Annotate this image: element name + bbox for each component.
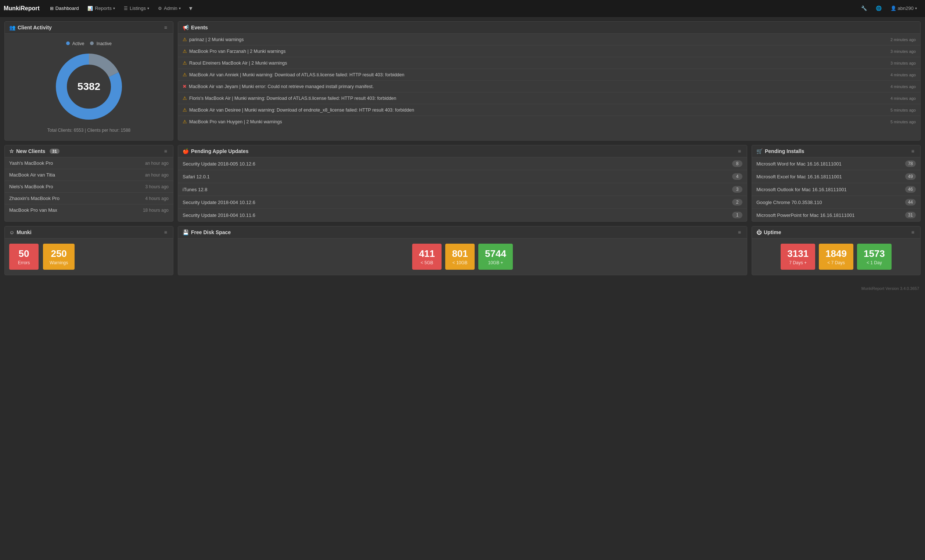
new-clients-menu[interactable]: ≡ bbox=[163, 148, 169, 154]
main-content: 👥 Client Activity ≡ Active Inactive bbox=[0, 17, 925, 284]
nav-user[interactable]: 👤 abn290 ▾ bbox=[886, 0, 921, 17]
disk-space-body: 411< 5GB801< 10GB574410GB + bbox=[178, 239, 747, 275]
update-name: Security Update 2018-004 10.12.6 bbox=[182, 200, 255, 205]
user-icon: 👤 bbox=[890, 6, 896, 11]
new-client-item[interactable]: MacBook Pro van Max18 hours ago bbox=[5, 204, 173, 216]
active-legend: Active bbox=[66, 41, 84, 46]
update-name: Security Update 2018-004 10.11.6 bbox=[182, 212, 255, 218]
client-time: 4 hours ago bbox=[146, 196, 169, 201]
warning-icon: ⚠ bbox=[182, 37, 187, 42]
users-icon: 👥 bbox=[9, 25, 15, 30]
event-item[interactable]: ⚠parinaz | 2 Munki warnings2 minutes ago bbox=[178, 34, 920, 45]
update-count: 4 bbox=[732, 173, 743, 180]
nav-admin[interactable]: ⚙ Admin ▾ bbox=[154, 0, 185, 17]
pending-install-item[interactable]: Microsoft Excel for Mac 16.16.1811100149 bbox=[752, 170, 920, 183]
event-text: Floris's MacBook Air | Munki warning: Do… bbox=[189, 96, 886, 101]
install-count: 31 bbox=[905, 212, 916, 218]
apple-updates-heading: 🍎 Pending Apple Updates ≡ bbox=[178, 145, 747, 158]
install-count: 78 bbox=[905, 161, 916, 167]
install-name: Google Chrome 70.0.3538.110 bbox=[756, 200, 822, 205]
pending-install-item[interactable]: Google Chrome 70.0.3538.11044 bbox=[752, 196, 920, 209]
event-time: 4 minutes ago bbox=[890, 96, 916, 101]
install-name: Microsoft Outlook for Mac 16.16.18111001 bbox=[756, 187, 847, 192]
events-heading: 📢 Events bbox=[178, 22, 920, 34]
error-icon: ✖ bbox=[182, 84, 187, 89]
nav-tools[interactable]: 🔧 bbox=[857, 0, 871, 17]
disk-count: 411 bbox=[419, 248, 435, 260]
uptime-menu[interactable]: ≡ bbox=[910, 229, 916, 235]
new-clients-title: ☆ New Clients 31 bbox=[9, 148, 60, 154]
navbar-right: 🔧 🌐 👤 abn290 ▾ bbox=[857, 0, 921, 17]
tools-icon: 🔧 bbox=[861, 6, 867, 11]
event-text: parinaz | 2 Munki warnings bbox=[189, 37, 886, 42]
event-item[interactable]: ⚠MacBook Pro van Huygen | 2 Munki warnin… bbox=[178, 116, 920, 127]
new-client-item[interactable]: Yash's MacBook Proan hour ago bbox=[5, 158, 173, 169]
event-item[interactable]: ⚠MacBook Air van Desiree | Munki warning… bbox=[178, 104, 920, 116]
event-item[interactable]: ⚠Raoul Eireiners MacBook Air | 2 Munki w… bbox=[178, 57, 920, 69]
footer: MunkiReport Version 3.4.0.3657 bbox=[0, 284, 925, 294]
apple-update-item[interactable]: Security Update 2018-004 10.12.62 bbox=[178, 196, 747, 209]
new-client-item[interactable]: Niels's MacBook Pro3 hours ago bbox=[5, 181, 173, 193]
uptime-title: ⏻ Uptime bbox=[756, 229, 781, 235]
munki-heading: ☺ Munki ≡ bbox=[5, 227, 173, 239]
client-name: Niels's MacBook Pro bbox=[9, 184, 53, 189]
uptime-bucket-red[interactable]: 31317 Days + bbox=[780, 244, 815, 270]
nav-dashboard[interactable]: ⊞ Dashboard bbox=[45, 0, 83, 17]
disk-bucket-orange[interactable]: 801< 10GB bbox=[445, 244, 475, 270]
munki-menu[interactable]: ≡ bbox=[163, 229, 169, 235]
nav-reports[interactable]: 📊 Reports ▾ bbox=[83, 0, 119, 17]
uptime-bucket-green[interactable]: 1573< 1 Day bbox=[857, 244, 892, 270]
event-text: MacBook Air van Jeyam | Munki error: Cou… bbox=[189, 84, 886, 89]
uptime-label: < 7 Days bbox=[826, 260, 847, 265]
install-count: 44 bbox=[905, 199, 916, 206]
pending-install-item[interactable]: Microsoft Word for Mac 16.16.1811100178 bbox=[752, 158, 920, 170]
event-item[interactable]: ⚠Floris's MacBook Air | Munki warning: D… bbox=[178, 93, 920, 104]
event-item[interactable]: ⚠MacBook Pro van Farzanah | 2 Munki warn… bbox=[178, 45, 920, 57]
navbar: MunkiReport ⊞ Dashboard 📊 Reports ▾ ☰ Li… bbox=[0, 0, 925, 17]
pending-installs-menu[interactable]: ≡ bbox=[910, 148, 916, 154]
user-caret: ▾ bbox=[915, 6, 917, 10]
uptime-bucket-orange[interactable]: 1849< 7 Days bbox=[819, 244, 853, 270]
filter-button[interactable]: ▼ bbox=[185, 5, 197, 11]
munki-icon: ☺ bbox=[9, 229, 14, 235]
update-count: 1 bbox=[732, 212, 743, 218]
reports-caret: ▾ bbox=[113, 6, 115, 10]
install-name: Microsoft Word for Mac 16.16.18111001 bbox=[756, 161, 842, 167]
munki-errors-box[interactable]: 50 Errors bbox=[9, 244, 39, 270]
event-text: MacBook Pro van Farzanah | 2 Munki warni… bbox=[189, 49, 886, 54]
munki-warnings-box[interactable]: 250 Warnings bbox=[43, 244, 75, 270]
install-name: Microsoft Excel for Mac 16.16.18111001 bbox=[756, 174, 842, 179]
event-item[interactable]: ⚠MacBook Air van Anniek | Munki warning:… bbox=[178, 69, 920, 81]
apple-update-item[interactable]: Security Update 2018-005 10.12.68 bbox=[178, 158, 747, 170]
version-text: MunkiReport Version 3.4.0.3657 bbox=[862, 286, 919, 291]
warning-icon: ⚠ bbox=[182, 48, 187, 54]
apple-update-item[interactable]: iTunes 12.83 bbox=[178, 183, 747, 196]
event-item[interactable]: ✖MacBook Air van Jeyam | Munki error: Co… bbox=[178, 81, 920, 93]
pending-install-item[interactable]: Microsoft PowerPoint for Mac 16.16.18111… bbox=[752, 209, 920, 221]
new-client-item[interactable]: MacBook Air van Titiaan hour ago bbox=[5, 169, 173, 181]
pending-install-item[interactable]: Microsoft Outlook for Mac 16.16.18111001… bbox=[752, 183, 920, 196]
client-activity-title: 👥 Client Activity bbox=[9, 25, 52, 30]
client-activity-menu[interactable]: ≡ bbox=[163, 25, 169, 30]
uptime-count: 3131 bbox=[787, 248, 809, 260]
inactive-dot bbox=[90, 42, 94, 45]
nav-listings[interactable]: ☰ Listings ▾ bbox=[119, 0, 154, 17]
apple-updates-menu[interactable]: ≡ bbox=[737, 148, 743, 154]
new-clients-list: Yash's MacBook Proan hour agoMacBook Air… bbox=[5, 158, 173, 216]
app-brand[interactable]: MunkiReport bbox=[4, 5, 40, 12]
client-stats: Total Clients: 6553 | Clients per hour: … bbox=[47, 128, 131, 137]
disk-bucket-red[interactable]: 411< 5GB bbox=[412, 244, 441, 270]
disk-space-menu[interactable]: ≡ bbox=[737, 229, 743, 235]
munki-warnings-count: 250 bbox=[50, 248, 68, 260]
apple-update-item[interactable]: Security Update 2018-004 10.11.61 bbox=[178, 209, 747, 221]
nav-globe[interactable]: 🌐 bbox=[871, 0, 886, 17]
new-clients-panel: ☆ New Clients 31 ≡ Yash's MacBook Proan … bbox=[5, 145, 173, 222]
disk-bucket-green[interactable]: 574410GB + bbox=[478, 244, 513, 270]
inactive-legend: Inactive bbox=[90, 41, 111, 46]
new-client-item[interactable]: Zhaoxin's MacBook Pro4 hours ago bbox=[5, 193, 173, 204]
apple-update-item[interactable]: Safari 12.0.14 bbox=[178, 170, 747, 183]
star-icon: ☆ bbox=[9, 148, 14, 154]
client-activity-body: Active Inactive bbox=[5, 34, 173, 140]
update-name: iTunes 12.8 bbox=[182, 187, 207, 192]
client-activity-panel: 👥 Client Activity ≡ Active Inactive bbox=[5, 21, 173, 141]
